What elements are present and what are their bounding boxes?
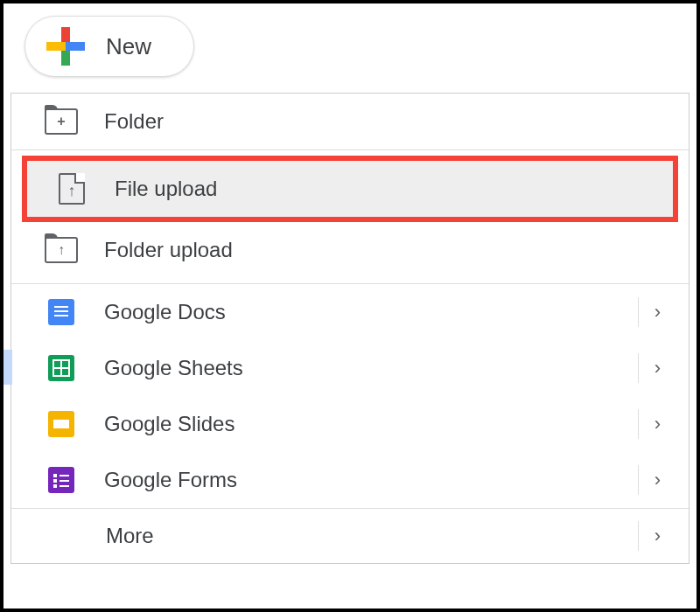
menu-item-label: Folder xyxy=(104,109,671,134)
chevron-right-icon[interactable]: › xyxy=(639,525,671,547)
menu-item-google-sheets[interactable]: Google Sheets › xyxy=(11,340,689,396)
menu-item-label: Google Slides xyxy=(104,412,638,436)
chevron-right-icon[interactable]: › xyxy=(639,301,671,323)
menu-item-label: More xyxy=(106,524,638,548)
new-menu: + Folder ↑ File upload ↑ Folder upload G… xyxy=(10,93,690,564)
menu-item-more[interactable]: More › xyxy=(11,509,689,563)
menu-item-label: File upload xyxy=(115,177,655,201)
google-slides-icon xyxy=(43,408,80,440)
folder-upload-icon: ↑ xyxy=(43,234,80,266)
chevron-right-icon[interactable]: › xyxy=(639,469,671,491)
menu-item-label: Folder upload xyxy=(104,238,671,262)
menu-item-google-slides[interactable]: Google Slides › xyxy=(11,396,689,452)
chevron-right-icon[interactable]: › xyxy=(639,413,671,435)
google-forms-icon xyxy=(43,464,80,496)
menu-item-google-docs[interactable]: Google Docs › xyxy=(11,284,689,340)
menu-item-label: Google Sheets xyxy=(104,356,638,380)
menu-item-folder-upload[interactable]: ↑ Folder upload xyxy=(11,222,689,283)
plus-icon xyxy=(46,27,85,66)
menu-item-label: Google Forms xyxy=(104,468,638,492)
menu-item-google-forms[interactable]: Google Forms › xyxy=(11,452,689,508)
chevron-right-icon[interactable]: › xyxy=(639,357,671,379)
menu-item-label: Google Docs xyxy=(104,300,638,324)
new-button-label: New xyxy=(106,33,151,60)
new-button[interactable]: New xyxy=(24,16,194,77)
menu-item-file-upload[interactable]: ↑ File upload xyxy=(22,156,678,222)
file-upload-icon: ↑ xyxy=(53,173,90,205)
google-docs-icon xyxy=(43,296,80,328)
folder-icon: + xyxy=(43,106,80,137)
menu-divider xyxy=(11,150,689,150)
menu-item-folder[interactable]: + Folder xyxy=(11,94,689,150)
google-sheets-icon xyxy=(43,352,80,384)
